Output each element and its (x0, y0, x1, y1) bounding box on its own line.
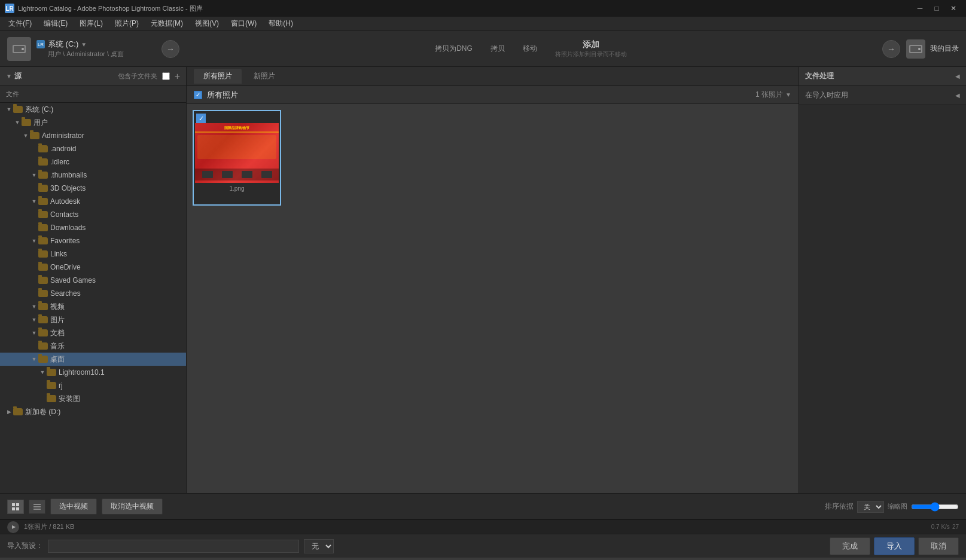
view-grid-button[interactable] (7, 500, 24, 514)
tree-item-music[interactable]: 音乐 (0, 339, 186, 353)
dest-drive-icon (906, 39, 925, 59)
source-info: LR 系统 (C:) ▼ 用户 \ Administrator \ 桌面 (36, 39, 156, 59)
menu-item[interactable]: 元数据(M) (145, 17, 189, 30)
menu-item[interactable]: 图库(L) (74, 17, 109, 30)
tree-item-searches[interactable]: Searches (0, 287, 186, 300)
menu-item[interactable]: 照片(P) (109, 17, 145, 30)
tree-arrow (30, 289, 38, 298)
maximize-button[interactable]: □ (929, 2, 944, 14)
include-subfolders-checkbox[interactable] (162, 72, 170, 80)
sort-select[interactable]: 关 (857, 501, 884, 513)
source-drive[interactable]: LR 系统 (C:) ▼ (36, 39, 156, 50)
photo-check[interactable] (196, 114, 206, 123)
menu-item[interactable]: 视图(V) (189, 17, 225, 30)
tree-arrow: ▼ (30, 171, 38, 179)
menu-item[interactable]: 编辑(E) (38, 17, 74, 30)
tree-label: Lightroom10.1 (59, 368, 105, 377)
copy-dng-action[interactable]: 拷贝为DNG (435, 44, 473, 54)
folder-icon (38, 198, 48, 205)
add-label: 添加 (583, 39, 599, 50)
svg-rect-9 (16, 503, 19, 506)
close-button[interactable]: ✕ (946, 2, 961, 14)
nav-dest-button[interactable]: → (882, 40, 900, 58)
tree-item-documents[interactable]: ▼文档 (0, 326, 186, 339)
dest-icon (909, 43, 923, 55)
tree-arrow (30, 224, 38, 232)
cancel-button[interactable]: 取消 (918, 537, 959, 555)
tree-item-system-c[interactable]: ▼系统 (C:) (0, 103, 186, 116)
photos-header-left: 所有照片 (194, 90, 238, 100)
folder-icon (38, 356, 48, 363)
tree-item-favorites[interactable]: ▼Favorites (0, 234, 186, 247)
svg-rect-13 (33, 506, 41, 507)
deselect-video-button[interactable]: 取消选中视频 (102, 498, 163, 515)
tree-arrow (30, 342, 38, 350)
tree-item-links[interactable]: Links (0, 247, 186, 261)
menu-item[interactable]: 帮助(H) (263, 17, 299, 30)
photo-thumb[interactable]: 国際品牌购物节 1.png (193, 110, 281, 206)
tab-new-photos[interactable]: 新照片 (244, 69, 285, 84)
tree-item-pictures[interactable]: ▼图片 (0, 313, 186, 326)
import-preset: 导入预设： 无 (7, 539, 334, 553)
apply-section-arrow[interactable]: ◀ (955, 92, 960, 99)
titlebar: LR Lightroom Catalog - Adobe Photoshop L… (0, 0, 966, 17)
tree-item-videos[interactable]: ▼视频 (0, 300, 186, 313)
folder-icon (38, 172, 48, 179)
tab-all-photos[interactable]: 所有照片 (194, 69, 242, 84)
tree-item-android[interactable]: .android (0, 142, 186, 155)
play-button[interactable] (7, 521, 19, 533)
menu-item[interactable]: 窗口(W) (225, 17, 263, 30)
folder-icon (38, 185, 48, 192)
preset-dropdown[interactable]: 无 (304, 539, 334, 553)
thumbnail-slider[interactable] (911, 502, 959, 512)
tree-item-contacts[interactable]: Contacts (0, 208, 186, 221)
photos-header: 所有照片 1 张照片 ▼ (187, 86, 799, 104)
copy-action[interactable]: 拷贝 (490, 44, 505, 54)
photos-count-area: 1 张照片 ▼ (755, 90, 791, 100)
svg-rect-11 (16, 507, 19, 510)
copy-label: 拷贝 (490, 44, 505, 54)
tree-label: Searches (50, 289, 81, 298)
nav-forward-button[interactable]: → (161, 40, 179, 58)
folder-icon (47, 395, 56, 402)
tree-item-lightroom101[interactable]: ▼Lightroom10.1 (0, 366, 186, 379)
check-all-button[interactable] (194, 91, 202, 99)
move-action[interactable]: 移动 (523, 44, 537, 54)
tree-item-saved-games[interactable]: Saved Games (0, 274, 186, 287)
folder-icon (38, 145, 48, 152)
status-left: 1张照片 / 821 KB (7, 521, 74, 533)
minimize-button[interactable]: ─ (912, 2, 928, 14)
tree-item-rj[interactable]: rj (0, 379, 186, 392)
include-subfolders-label: 包含子文件夹 (118, 72, 157, 81)
right-panel-arrow[interactable]: ◀ (955, 73, 960, 79)
tree-item-3d-objects[interactable]: 3D Objects (0, 182, 186, 195)
sidebar-options: 包含子文件夹 + (118, 71, 180, 82)
collapse-arrow[interactable]: ▼ (6, 73, 12, 79)
add-action[interactable]: 添加 将照片添加到目录而不移动 (555, 39, 627, 59)
tree-item-downloads[interactable]: Downloads (0, 221, 186, 234)
select-video-button[interactable]: 选中视频 (50, 498, 97, 515)
tree-item-desktop[interactable]: ▼桌面 (0, 353, 186, 366)
sidebar-add-button[interactable]: + (175, 71, 180, 82)
folder-icon (38, 250, 48, 258)
list-icon (33, 503, 41, 511)
tree-item-users[interactable]: ▼用户 (0, 116, 186, 129)
preset-input[interactable] (48, 540, 299, 553)
tree-item-autodesk[interactable]: ▼Autodesk (0, 195, 186, 208)
view-list-button[interactable] (29, 500, 45, 514)
folder-icon (38, 290, 48, 297)
tree-item-new-volume-d[interactable]: ▶新加卷 (D:) (0, 405, 186, 418)
tree-arrow: ▼ (30, 355, 38, 363)
tree-item-administrator[interactable]: ▼Administrator (0, 129, 186, 142)
import-button[interactable]: 导入 (874, 537, 915, 555)
tree-label: 桌面 (50, 354, 65, 365)
tree-label: rj (59, 381, 63, 390)
tree-item-thumbnails[interactable]: ▼.thumbnails (0, 169, 186, 182)
complete-button[interactable]: 完成 (830, 537, 870, 555)
tree-item-onedrive[interactable]: OneDrive (0, 261, 186, 274)
window-title: Lightroom Catalog - Adobe Photoshop Ligh… (18, 4, 912, 13)
tree-item-install-img[interactable]: 安装图 (0, 392, 186, 405)
tree-item-idlerc[interactable]: .idlerc (0, 155, 186, 169)
move-label: 移动 (523, 44, 537, 54)
menu-item[interactable]: 文件(F) (2, 17, 38, 30)
